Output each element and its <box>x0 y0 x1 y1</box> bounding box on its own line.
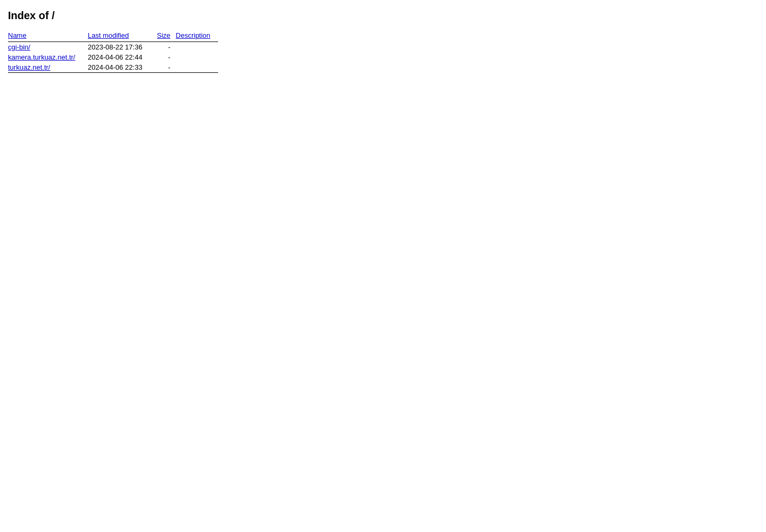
cell-size: - <box>157 42 176 53</box>
table-footer-cell <box>8 73 218 76</box>
cell-size: - <box>157 62 176 73</box>
description-sort-link[interactable]: Description <box>176 31 210 39</box>
cell-description <box>176 42 218 53</box>
directory-link[interactable]: turkuaz.net.tr/ <box>8 63 50 71</box>
col-header-name[interactable]: Name <box>8 30 88 42</box>
cell-last-modified: 2024-04-06 22:33 <box>88 62 157 73</box>
col-header-size[interactable]: Size <box>157 30 176 42</box>
directory-link[interactable]: cgi-bin/ <box>8 43 30 51</box>
cell-size: - <box>157 52 176 62</box>
table-row: turkuaz.net.tr/2024-04-06 22:33- <box>8 62 218 73</box>
cell-description <box>176 52 218 62</box>
cell-description <box>176 62 218 73</box>
directory-listing-table: Name Last modified Size Description cgi-… <box>8 30 218 75</box>
cell-last-modified: 2024-04-06 22:44 <box>88 52 157 62</box>
table-row: cgi-bin/2023-08-22 17:36- <box>8 42 218 53</box>
table-footer-row <box>8 73 218 76</box>
table-row: kamera.turkuaz.net.tr/2024-04-06 22:44- <box>8 52 218 62</box>
size-sort-link[interactable]: Size <box>157 31 170 39</box>
page-title: Index of / <box>8 10 758 22</box>
cell-name: turkuaz.net.tr/ <box>8 62 88 73</box>
col-header-description[interactable]: Description <box>176 30 218 42</box>
cell-name: cgi-bin/ <box>8 42 88 53</box>
cell-name: kamera.turkuaz.net.tr/ <box>8 52 88 62</box>
last-modified-sort-link[interactable]: Last modified <box>88 31 129 39</box>
col-header-last-modified[interactable]: Last modified <box>88 30 157 42</box>
directory-link[interactable]: kamera.turkuaz.net.tr/ <box>8 53 75 61</box>
table-header-row: Name Last modified Size Description <box>8 30 218 42</box>
name-sort-link[interactable]: Name <box>8 31 27 39</box>
cell-last-modified: 2023-08-22 17:36 <box>88 42 157 53</box>
